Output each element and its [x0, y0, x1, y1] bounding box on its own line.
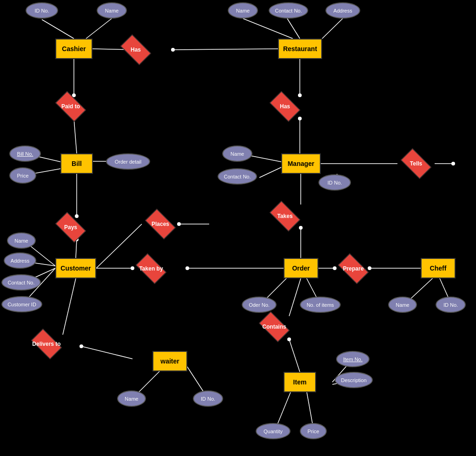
relation-places: Places [142, 212, 179, 236]
svg-line-5 [287, 19, 300, 39]
attr-cheff-name: Name [388, 297, 417, 313]
svg-line-44 [81, 346, 132, 359]
svg-line-1 [86, 19, 112, 39]
attr-order-no: Oder No. [242, 297, 277, 313]
attr-restaurant-name: Name [228, 2, 258, 19]
svg-line-43 [63, 278, 76, 335]
entity-restaurant: Restaurant [278, 39, 322, 59]
attr-order-detail: Order detail [106, 153, 150, 170]
entity-cashier: Cashier [55, 39, 93, 59]
attr-cashier-id: ID No. [26, 2, 58, 19]
attr-item-price: Price [300, 423, 327, 439]
attr-price1: Price [9, 167, 36, 184]
entity-bill: Bill [60, 153, 93, 174]
attr-waiter-id: ID No. [193, 390, 223, 407]
attr-customer-address: Address [4, 252, 36, 269]
attr-manager-contact: Contact No. [218, 168, 257, 185]
entity-item: Item [284, 372, 316, 392]
attr-customer-name: Name [7, 232, 36, 249]
svg-line-38 [289, 339, 300, 372]
relation-has1: Has [117, 38, 154, 61]
svg-line-20 [76, 239, 77, 258]
relation-prepare: Prepare [335, 257, 372, 280]
svg-line-0 [42, 20, 74, 39]
entity-waiter: waiter [152, 351, 187, 371]
relation-tells: Tells [397, 152, 435, 175]
svg-point-62 [79, 344, 83, 348]
attr-restaurant-address: Address [325, 2, 360, 19]
relation-contains: Contains [256, 315, 293, 338]
attr-item-qty: Quantity [256, 423, 291, 439]
attr-no-of-items: No. of items [300, 297, 341, 313]
attr-manager-name: Name [222, 145, 252, 162]
entity-cheff: Cheff [421, 258, 456, 278]
relation-takes: Takes [266, 205, 304, 228]
attr-cheff-id: ID No. [436, 297, 466, 313]
relation-pays: Pays [52, 216, 89, 239]
attr-customer-contact: Contact No. [1, 274, 41, 291]
attr-item-no: Item No. [336, 351, 370, 367]
relation-paid-to: Paid to [52, 95, 89, 118]
attr-bill-no: Bill No. [9, 145, 41, 162]
attr-item-desc: Description [335, 372, 373, 388]
svg-point-63 [451, 162, 455, 165]
svg-line-3 [173, 49, 278, 50]
attr-cashier-name: Name [97, 2, 127, 19]
svg-line-15 [259, 167, 281, 178]
svg-line-37 [289, 278, 301, 316]
svg-line-4 [243, 19, 293, 39]
er-diagram: Cashier Restaurant Bill Manager Customer… [0, 0, 476, 456]
svg-line-6 [322, 19, 343, 39]
svg-point-48 [171, 48, 175, 52]
relation-taken-by: Taken by [132, 257, 170, 280]
attr-manager-id: ID No. [318, 174, 351, 191]
attr-restaurant-contact: Contact No. [269, 2, 308, 19]
entity-customer: Customer [55, 258, 96, 278]
svg-line-10 [74, 119, 77, 153]
svg-point-57 [185, 266, 189, 270]
entity-manager: Manager [281, 153, 321, 174]
entity-order: Order [284, 258, 318, 278]
relation-delivers-to: Delivers to [28, 332, 65, 356]
relation-has2: Has [266, 95, 304, 118]
attr-customer-id: Customer ID [1, 296, 42, 312]
attr-waiter-name: Name [117, 390, 146, 407]
